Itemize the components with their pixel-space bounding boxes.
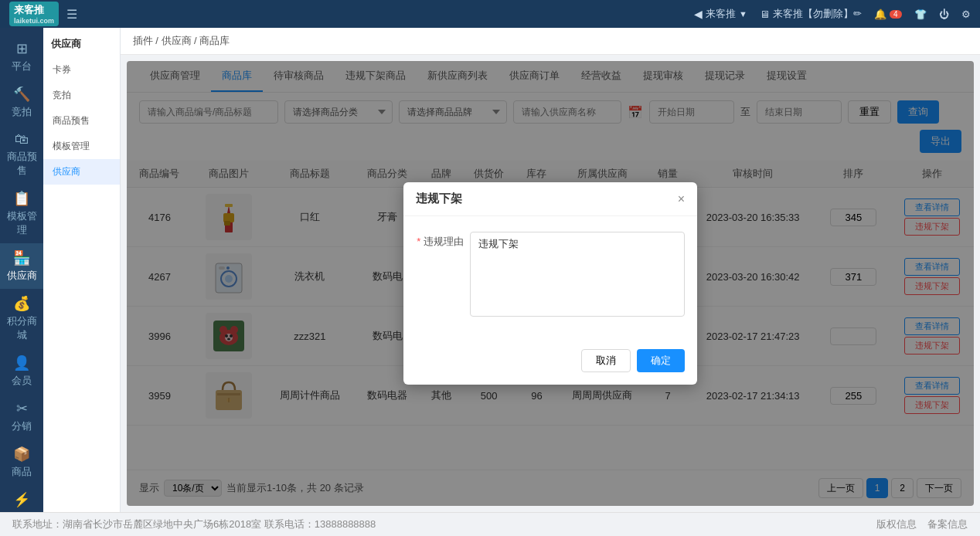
points-icon: 💰 [13,295,30,312]
sidebar-item-auction[interactable]: 🔨 竞拍 [0,80,43,125]
sidebar-item-member[interactable]: 👤 会员 [0,348,43,394]
flash-icon: ⚡ [13,491,30,508]
supplier-icon: 🏪 [13,249,30,266]
preview-icon: 🛍 [15,131,29,148]
auction-icon: 🔨 [13,86,30,103]
power-icon[interactable]: ⏻ [939,8,949,20]
breadcrumb: 插件 / 供应商 / 商品库 [121,28,980,55]
sidebar-item-flash[interactable]: ⚡ 秒杀 [0,485,43,512]
content-area: 插件 / 供应商 / 商品库 供应商管理 商品库 待审核商品 违规下架商品 新供… [121,28,980,512]
inner-content: 供应商管理 商品库 待审核商品 违规下架商品 新供应商列表 供应商订单 经营收益… [127,61,974,506]
footer-links: 版权信息 备案信息 [876,517,968,531]
member-icon: 👤 [13,355,30,371]
user-label[interactable]: 🖥 来客推【勿删除】✏ [760,7,862,21]
platform-icon: ⊞ [16,40,28,57]
sidebar-item-product[interactable]: 📦 商品 [0,439,43,485]
sidebar-label-preview: 商品预售 [3,150,40,178]
main-layout: ⊞ 平台 🔨 竞拍 🛍 商品预售 📋 模板管理 🏪 供应商 💰 积分商城 👤 会… [0,28,980,512]
sub-sidebar-item-template[interactable]: 模板管理 [43,134,120,159]
copyright-link[interactable]: 版权信息 [876,518,917,530]
sidebar-item-template[interactable]: 📋 模板管理 [0,184,43,243]
settings-icon[interactable]: ⚙ [961,8,971,20]
violation-modal: 违规下架 × 违规理由 违规下架 取消 确定 [403,182,697,385]
sidebar-item-split[interactable]: ✂ 分销 [0,394,43,439]
sub-sidebar-title: 供应商 [43,28,120,57]
sub-sidebar-item-auction[interactable]: 竞拍 [43,83,120,108]
modal-title: 违规下架 [416,192,462,206]
sidebar-label-member: 会员 [12,374,32,388]
split-icon: ✂ [16,400,28,417]
modal-header: 违规下架 × [403,182,697,216]
notification-icon[interactable]: 🔔 4 [874,8,902,20]
modal-close-button[interactable]: × [678,192,685,206]
sub-sidebar-item-supplier[interactable]: 供应商 [43,159,120,185]
sidebar-item-supplier[interactable]: 🏪 供应商 [0,243,43,289]
sub-sidebar-item-card[interactable]: 卡券 [43,57,120,83]
record-link[interactable]: 备案信息 [927,518,968,530]
menu-toggle-icon[interactable]: ☰ [66,7,77,22]
sidebar-label-supplier: 供应商 [7,269,37,283]
modal-overlay: 违规下架 × 违规理由 违规下架 取消 确定 [127,61,974,506]
modal-footer: 取消 确定 [403,341,697,385]
sidebar-label-split: 分销 [12,419,32,433]
sidebar: ⊞ 平台 🔨 竞拍 🛍 商品预售 📋 模板管理 🏪 供应商 💰 积分商城 👤 会… [0,28,43,512]
reason-label: 违规理由 [416,232,470,249]
footer-address: 联系地址：湖南省长沙市岳麓区绿地中央广场6栋2018室 联系电话：1388888… [12,517,376,531]
reason-textarea[interactable]: 违规下架 [470,232,685,317]
sidebar-label-platform: 平台 [12,59,32,73]
footer: 联系地址：湖南省长沙市岳麓区绿地中央广场6栋2018室 联系电话：1388888… [0,512,980,536]
shop-icon[interactable]: 👕 [914,8,927,20]
sub-sidebar-item-preview[interactable]: 商品预售 [43,108,120,134]
sidebar-item-platform[interactable]: ⊞ 平台 [0,34,43,80]
top-header: 来客推 laiketui.com ☰ ◀ 来客推 ▼ 🖥 来客推【勿删除】✏ 🔔… [0,0,980,28]
sidebar-item-points[interactable]: 💰 积分商城 [0,289,43,348]
modal-cancel-button[interactable]: 取消 [581,349,631,372]
header-left: 来客推 laiketui.com ☰ [9,2,77,26]
sidebar-label-points: 积分商城 [3,314,40,342]
modal-body: 违规理由 违规下架 [403,216,697,341]
header-right: ◀ 来客推 ▼ 🖥 来客推【勿删除】✏ 🔔 4 👕 ⏻ ⚙ [694,7,971,21]
nav-label[interactable]: ◀ 来客推 ▼ [694,7,747,21]
logo: 来客推 laiketui.com [9,2,59,26]
sidebar-label-template: 模板管理 [3,209,40,237]
sidebar-label-auction: 竞拍 [12,105,32,119]
product-icon: 📦 [13,446,30,463]
form-row-reason: 违规理由 违规下架 [416,232,685,317]
sidebar-item-preview[interactable]: 🛍 商品预售 [0,125,43,184]
template-icon: 📋 [13,190,30,207]
modal-confirm-button[interactable]: 确定 [637,349,685,372]
sidebar-label-product: 商品 [12,465,32,479]
sub-sidebar: 供应商 卡券 竞拍 商品预售 模板管理 供应商 [43,28,121,512]
